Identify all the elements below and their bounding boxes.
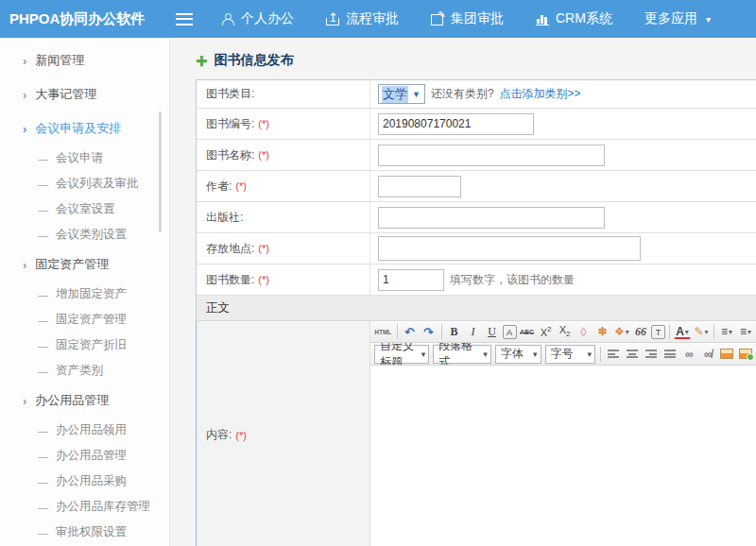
topnav-more-apps[interactable]: 更多应用▾	[644, 10, 711, 27]
editor-canvas[interactable]	[370, 366, 756, 546]
book-no-input[interactable]	[378, 113, 534, 135]
sidebar-item-label: 资产类别	[56, 363, 103, 379]
font-family-select[interactable]: 字体▾	[495, 345, 541, 364]
html-source-button[interactable]: HTML	[373, 323, 393, 341]
sidebar-item-label: 办公用品采购	[56, 473, 127, 489]
quantity-input[interactable]	[378, 269, 444, 291]
glyph: 66	[635, 325, 646, 339]
add-category-link[interactable]: 点击添加类别>>	[500, 86, 581, 102]
bold-button[interactable]: B	[446, 323, 463, 341]
subscript-button[interactable]: X2	[557, 323, 574, 341]
unordered-list-button[interactable]: ≡▾	[737, 323, 754, 341]
paste-text-button[interactable]: T	[651, 325, 665, 339]
sidebar-item-4-3[interactable]: —办公用品库存管理	[0, 494, 169, 520]
sidebar-item-3-3[interactable]: —资产类别	[0, 358, 169, 384]
ordered-list-button[interactable]: ≡▾	[718, 323, 735, 341]
align-center-icon	[627, 349, 638, 360]
sidebar-item-2-0[interactable]: —会议申请	[0, 145, 169, 171]
sidebar-item-3-0[interactable]: —增加固定资产	[0, 282, 169, 307]
custom-title-select[interactable]: 自定义标题▾	[374, 345, 429, 364]
glyph: ∞	[685, 348, 693, 361]
sidebar-item-2-1[interactable]: —会议列表及审批	[0, 171, 169, 196]
sidebar-group-0[interactable]: ›新闻管理	[0, 43, 169, 77]
glyph: I	[472, 325, 475, 339]
sidebar-item-label: 固定资产管理	[56, 312, 127, 328]
book-no-label: 图书编号:	[206, 116, 254, 132]
redo-button[interactable]: ↷	[421, 323, 438, 341]
glyph: U	[488, 325, 496, 339]
publisher-input[interactable]	[378, 207, 605, 229]
required-marker: (*)	[258, 243, 269, 254]
sidebar-item-3-1[interactable]: —固定资产管理	[0, 307, 169, 333]
rich-text-editor: HTML↶↷BIUAABCX2X2◊✽❖▾66TA▾✎▾≡▾≡▾ 自定义标题▾段…	[370, 321, 756, 546]
sidebar-item-4-2[interactable]: —办公用品采购	[0, 469, 169, 494]
sidebar-item-2-3[interactable]: —会议类别设置	[0, 222, 169, 247]
toolbar-separator	[669, 324, 670, 339]
topnav-workflow-approval[interactable]: 流程审批	[326, 10, 399, 27]
font-box-button[interactable]: A	[503, 325, 517, 339]
blockquote-button[interactable]: 66	[632, 323, 649, 341]
highlight-button[interactable]: ✎▾	[693, 323, 710, 341]
topnav-personal-office[interactable]: 个人办公	[221, 10, 294, 27]
superscript-button[interactable]: X2	[538, 323, 555, 341]
topnav-group-approval[interactable]: 集团审批	[431, 10, 504, 27]
chevron-down-icon: ▾	[706, 14, 711, 25]
chevron-right-icon: ›	[23, 88, 26, 102]
category-select[interactable]: 文学 ▼	[378, 84, 425, 104]
eraser-button[interactable]: ◊	[576, 323, 593, 341]
sidebar: ›新闻管理›大事记管理›会议申请及安排—会议申请—会议列表及审批—会议室设置—会…	[0, 38, 170, 546]
menu-toggle-icon[interactable]	[176, 13, 193, 26]
underline-button[interactable]: U	[484, 323, 501, 341]
insert-image-button[interactable]	[718, 345, 735, 363]
toolbar-separator	[441, 324, 442, 339]
sidebar-item-3-2[interactable]: —固定资产折旧	[0, 333, 169, 358]
row-quantity: 图书数量: (*) 填写数字，该图书的数量	[197, 264, 756, 296]
book-name-input[interactable]	[378, 145, 605, 166]
strikethrough-button[interactable]: ABC	[519, 323, 536, 341]
link-button[interactable]: ∞	[680, 345, 697, 363]
glyph: ∞̸	[704, 348, 712, 361]
image-icon	[739, 349, 752, 359]
unlink-button[interactable]: ∞̸	[699, 345, 716, 363]
author-input[interactable]	[378, 176, 461, 197]
align-justify-button[interactable]	[662, 345, 679, 363]
author-label: 作者:	[206, 179, 232, 195]
toolbar-separator	[713, 324, 714, 339]
topnav-crm-system[interactable]: CRM系统	[536, 10, 612, 27]
quantity-label: 图书数量:	[206, 272, 254, 288]
align-center-button[interactable]	[624, 345, 641, 363]
chevron-down-icon: ▾	[587, 350, 592, 359]
italic-button[interactable]: I	[465, 323, 482, 341]
sidebar-item-4-0[interactable]: —办公用品领用	[0, 418, 169, 443]
color-palette-button[interactable]: ❖▾	[613, 323, 630, 341]
glyph: ✎	[694, 325, 703, 338]
edit-icon	[431, 13, 444, 26]
dash-icon: —	[38, 204, 48, 215]
undo-button[interactable]: ↶	[402, 323, 419, 341]
clean-format-button[interactable]: ✽	[594, 323, 611, 341]
top-nav: 个人办公流程审批集团审批CRM系统更多应用▾	[221, 10, 711, 27]
location-input[interactable]	[378, 236, 641, 261]
dash-icon: —	[38, 315, 48, 326]
sidebar-item-2-2[interactable]: —会议室设置	[0, 196, 169, 222]
sidebar-group-1[interactable]: ›大事记管理	[0, 77, 169, 111]
align-left-icon	[608, 349, 619, 360]
sidebar-item-label: 审批权限设置	[56, 524, 127, 540]
app-window: PHPOA协同办公软件 个人办公流程审批集团审批CRM系统更多应用▾ ›新闻管理…	[0, 0, 756, 546]
sidebar-group-2[interactable]: ›会议申请及安排	[0, 111, 169, 145]
paragraph-format-select[interactable]: 段落格式▾	[433, 345, 491, 364]
font-size-select[interactable]: 字号▾	[545, 345, 595, 364]
sidebar-group-3[interactable]: ›固定资产管理	[0, 247, 169, 282]
sidebar-item-4-4[interactable]: —审批权限设置	[0, 520, 169, 545]
sidebar-group-label: 会议申请及安排	[35, 120, 121, 137]
sidebar-scrollbar[interactable]	[159, 111, 162, 232]
dash-icon: —	[38, 230, 48, 241]
font-color-button[interactable]: A▾	[674, 325, 691, 339]
location-label: 存放地点:	[206, 241, 254, 257]
align-right-button[interactable]	[643, 345, 660, 363]
sidebar-item-4-1[interactable]: —办公用品管理	[0, 443, 169, 469]
align-left-button[interactable]	[605, 345, 622, 363]
insert-image-upload-button[interactable]	[737, 345, 754, 363]
sidebar-group-4[interactable]: ›办公用品管理	[0, 384, 169, 418]
sidebar-group-label: 固定资产管理	[35, 256, 109, 273]
